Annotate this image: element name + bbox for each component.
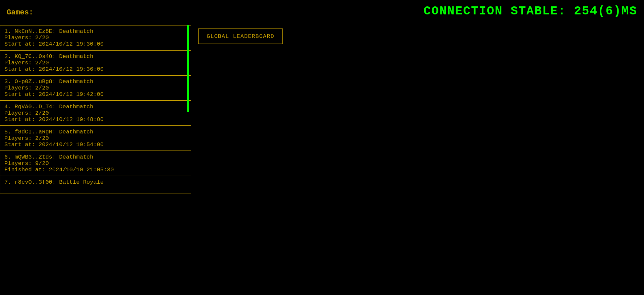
game-item-5-title: 5. f8dCI..aRgM: Deathmatch xyxy=(4,129,187,135)
scrollbar[interactable] xyxy=(187,25,189,112)
game-item-4-players: Players: 2/20 xyxy=(4,110,187,116)
game-item-5-players: Players: 2/20 xyxy=(4,135,187,141)
game-item-5[interactable]: 5. f8dCI..aRgM: Deathmatch Players: 2/20… xyxy=(0,126,191,151)
game-item-2-players: Players: 2/20 xyxy=(4,60,187,66)
game-item-3-players: Players: 2/20 xyxy=(4,85,187,91)
main-content: 1. NkCnN..Ez8E: Deathmatch Players: 2/20… xyxy=(0,25,644,295)
games-label: Games: xyxy=(7,8,33,17)
game-list-panel: 1. NkCnN..Ez8E: Deathmatch Players: 2/20… xyxy=(0,25,191,295)
game-item-1-players: Players: 2/20 xyxy=(4,35,187,41)
game-item-3[interactable]: 3. O-p0Z..uBg8: Deathmatch Players: 2/20… xyxy=(0,75,191,101)
game-item-1[interactable]: 1. NkCnN..Ez8E: Deathmatch Players: 2/20… xyxy=(0,25,191,50)
game-item-4[interactable]: 4. RgVA0..D_T4: Deathmatch Players: 2/20… xyxy=(0,101,191,126)
right-panel: GLOBAL LEADERBOARD xyxy=(191,25,644,295)
game-item-1-time: Start at: 2024/10/12 19:30:00 xyxy=(4,41,187,47)
game-item-6[interactable]: 6. mQWB3..Ztds: Deathmatch Players: 9/20… xyxy=(0,151,191,176)
game-item-4-title: 4. RgVA0..D_T4: Deathmatch xyxy=(4,104,187,110)
game-item-7[interactable]: 7. r8cvO..3f00: Battle Royale xyxy=(0,176,191,193)
game-item-6-players: Players: 9/20 xyxy=(4,160,187,167)
game-item-6-title: 6. mQWB3..Ztds: Deathmatch xyxy=(4,154,187,160)
game-item-7-title: 7. r8cvO..3f00: Battle Royale xyxy=(4,179,187,185)
game-item-2-title: 2. KQ_7C..0s40: Deathmatch xyxy=(4,53,187,60)
game-item-6-time: Finished at: 2024/10/10 21:05:30 xyxy=(4,167,187,173)
game-item-1-title: 1. NkCnN..Ez8E: Deathmatch xyxy=(4,28,187,35)
connection-status: CONNECTION STABLE: 254(6)MS xyxy=(424,4,637,18)
game-item-3-time: Start at: 2024/10/12 19:42:00 xyxy=(4,91,187,98)
game-item-3-title: 3. O-p0Z..uBg8: Deathmatch xyxy=(4,78,187,85)
global-leaderboard-button[interactable]: GLOBAL LEADERBOARD xyxy=(198,28,283,44)
game-item-5-time: Start at: 2024/10/12 19:54:00 xyxy=(4,141,187,148)
game-item-2[interactable]: 2. KQ_7C..0s40: Deathmatch Players: 2/20… xyxy=(0,50,191,75)
game-item-4-time: Start at: 2024/10/12 19:48:00 xyxy=(4,116,187,123)
game-item-2-time: Start at: 2024/10/12 19:36:00 xyxy=(4,66,187,72)
